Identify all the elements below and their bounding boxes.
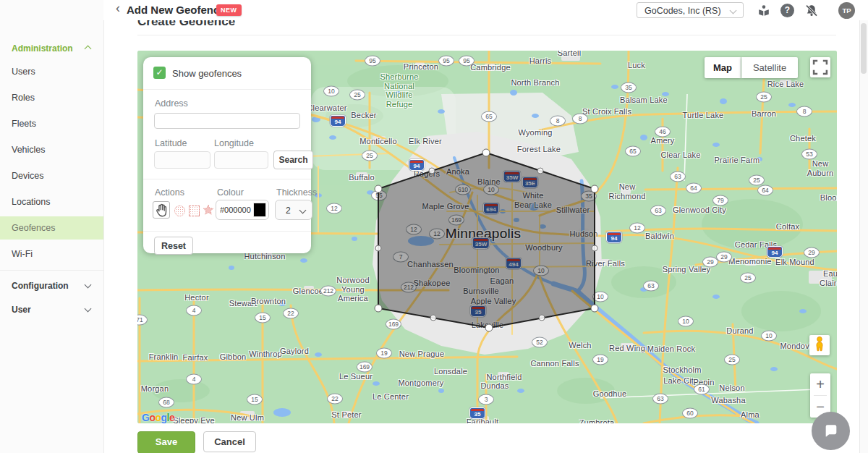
colour-swatch[interactable] xyxy=(253,203,266,217)
sidebar-item-users[interactable]: Users xyxy=(0,60,103,83)
thickness-label: Thickness xyxy=(276,187,317,198)
thickness-value: 2 xyxy=(286,206,291,216)
geofence-midpoint-handle[interactable] xyxy=(537,168,543,174)
sidebar-item-wifi[interactable]: Wi-Fi xyxy=(0,242,103,266)
draw-polygon-tool-button[interactable] xyxy=(202,203,215,216)
address-input[interactable] xyxy=(154,113,300,129)
geofence-tool-panel: ✓ Show geofences Address Latitude Longit… xyxy=(143,57,311,253)
geofence-vertex-handle[interactable] xyxy=(591,185,598,192)
colour-input[interactable] xyxy=(220,206,253,214)
draw-circle-tool-button[interactable] xyxy=(174,206,185,216)
colour-field xyxy=(216,200,269,220)
geofence-midpoint-handle[interactable] xyxy=(429,168,435,174)
chat-bubble-button[interactable] xyxy=(812,412,850,450)
sidebar-item-locations[interactable]: Locations xyxy=(0,190,103,213)
map-canvas[interactable]: Minneapolis Sherburne National Wildlife … xyxy=(137,51,837,423)
chevron-up-icon[interactable] xyxy=(85,46,92,53)
bell-slash-icon[interactable] xyxy=(804,4,819,18)
topbar: ‹ Add New Geofence NEW GoCodes, Inc (RS)… xyxy=(103,0,868,20)
organization-select[interactable]: GoCodes, Inc (RS) xyxy=(637,2,744,18)
heading-divider xyxy=(137,35,836,35)
chevron-down-icon xyxy=(299,207,307,214)
show-geofences-checkbox[interactable]: ✓ xyxy=(153,67,166,79)
sidebar-item-devices[interactable]: Devices xyxy=(0,164,103,187)
address-label: Address xyxy=(155,98,188,109)
zoom-in-button[interactable]: + xyxy=(810,373,830,395)
zoom-control: + − xyxy=(810,373,830,418)
latitude-input[interactable] xyxy=(154,151,210,169)
fullscreen-button[interactable] xyxy=(810,57,830,77)
chevron-down-icon xyxy=(730,7,737,14)
geofence-vertex-handle[interactable] xyxy=(375,185,382,192)
user-avatar[interactable]: TP xyxy=(838,2,855,19)
geofence-vertex-handle[interactable] xyxy=(482,149,490,156)
back-button[interactable]: ‹ xyxy=(116,1,120,16)
page-title: Add New Geofence xyxy=(127,4,226,16)
thickness-select[interactable]: 2 xyxy=(275,200,312,220)
street-view-pegman-button[interactable] xyxy=(809,335,830,355)
search-button[interactable]: Search xyxy=(273,151,313,169)
sidebar-section-administration[interactable]: Administration xyxy=(12,43,73,54)
geofence-vertex-handle[interactable] xyxy=(485,324,493,331)
reset-button[interactable]: Reset xyxy=(154,237,193,255)
map-type-button[interactable]: Map xyxy=(705,57,741,78)
geofence-midpoint-handle[interactable] xyxy=(430,315,436,321)
cancel-button[interactable]: Cancel xyxy=(203,431,256,452)
scrollbar-thumb[interactable] xyxy=(861,23,867,74)
latitude-label: Latitude xyxy=(155,138,187,148)
sidebar-group-configuration[interactable]: Configuration xyxy=(12,281,69,291)
geofence-midpoint-handle[interactable] xyxy=(592,245,597,251)
sidebar-item-roles[interactable]: Roles xyxy=(0,86,103,109)
geofence-midpoint-handle[interactable] xyxy=(375,245,381,251)
sidebar: Administration Users Roles Fleets Vehicl… xyxy=(0,0,104,453)
new-badge: NEW xyxy=(216,4,242,16)
colour-label: Colour xyxy=(217,187,244,198)
chevron-down-icon[interactable] xyxy=(85,305,92,313)
geofence-vertex-handle[interactable] xyxy=(591,305,598,312)
sidebar-group-user[interactable]: User xyxy=(12,305,31,315)
panel-divider xyxy=(143,179,311,179)
sidebar-item-geofences[interactable]: Geofences xyxy=(0,216,103,240)
longitude-label: Longitude xyxy=(214,138,254,148)
scrollbar-track[interactable] xyxy=(859,20,868,453)
sidebar-item-vehicles[interactable]: Vehicles xyxy=(0,138,103,161)
google-logo: Google xyxy=(142,412,174,423)
help-icon[interactable]: ? xyxy=(780,4,794,17)
reader-icon[interactable] xyxy=(757,4,771,18)
draw-rectangle-tool-button[interactable] xyxy=(189,206,200,216)
geofence-vertex-handle[interactable] xyxy=(375,305,382,312)
panel-divider xyxy=(143,231,311,232)
organization-select-value: GoCodes, Inc (RS) xyxy=(644,6,721,16)
satellite-type-button[interactable]: Satellite xyxy=(741,57,798,78)
sidebar-item-fleets[interactable]: Fleets xyxy=(0,112,103,135)
show-geofences-label: Show geofences xyxy=(172,68,242,79)
actions-label: Actions xyxy=(155,187,184,198)
panel-divider xyxy=(143,89,311,90)
chevron-down-icon[interactable] xyxy=(85,281,92,289)
save-button[interactable]: Save xyxy=(137,431,195,453)
longitude-input[interactable] xyxy=(214,151,268,169)
pan-tool-button[interactable] xyxy=(153,201,170,219)
sidebar-divider xyxy=(0,270,103,271)
geofence-polygon[interactable] xyxy=(378,153,595,328)
geofence-midpoint-handle[interactable] xyxy=(539,315,545,321)
